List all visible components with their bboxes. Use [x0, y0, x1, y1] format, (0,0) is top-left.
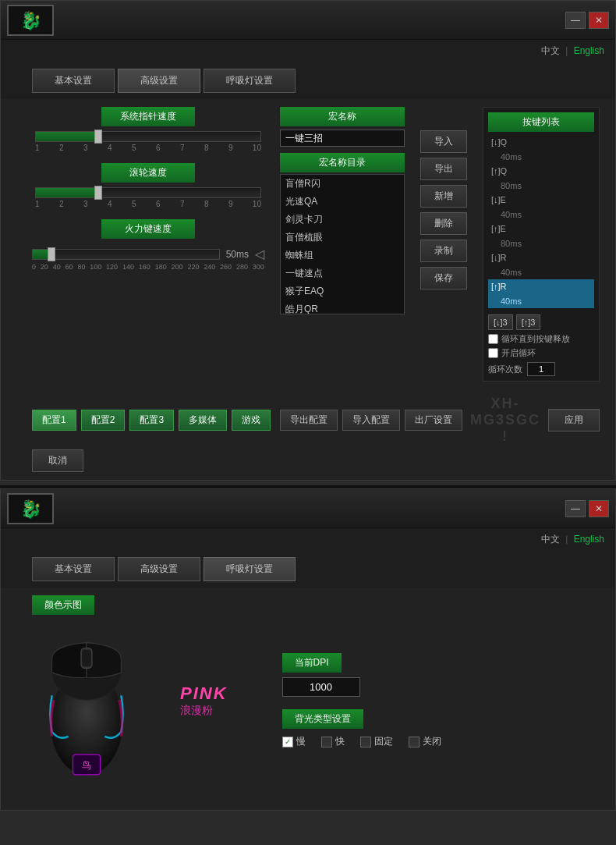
tab-basic-1[interactable]: 基本设置	[32, 69, 115, 93]
import-config-button[interactable]: 导入配置	[342, 410, 400, 431]
backlight-section: 背光类型设置 ✓ 慢 快 固	[282, 709, 441, 748]
macro-item[interactable]: 皓月QR	[281, 300, 404, 314]
scroll-speed-thumb[interactable]	[94, 186, 102, 200]
fire-speed-label: 火力键速度	[101, 219, 195, 239]
config1-button[interactable]: 配置1	[32, 410, 76, 431]
key-entry-time: 40ms	[488, 150, 594, 165]
mouse-display: 鸟 PINK 浪漫粉 当前DPI	[32, 623, 584, 779]
pointer-speed-label: 系统指针速度	[101, 107, 195, 126]
add-button[interactable]: 新增	[420, 185, 467, 208]
color-name-block: PINK 浪漫粉	[180, 683, 228, 718]
backlight-slow-checkbox[interactable]: ✓	[282, 737, 293, 747]
svg-text:鸟: 鸟	[82, 760, 91, 770]
tab-bar-1: 基本设置 高级设置 呼吸灯设置	[1, 62, 615, 99]
export-button[interactable]: 导出	[420, 158, 467, 180]
backlight-off-label: 关闭	[423, 735, 441, 748]
key-options: [↓]3 [↑]3 循环直到按键释放 开启循环 循环次数	[488, 314, 594, 376]
scroll-speed-section: 滚轮速度 12345678910	[32, 163, 264, 210]
fire-key-row: 50ms ◁	[32, 247, 264, 261]
minimize-button-2[interactable]: —	[565, 500, 586, 517]
enable-loop-row: 开启循环	[488, 347, 594, 359]
import-button[interactable]: 导入	[420, 130, 467, 153]
logo-1: 🐉	[7, 5, 54, 36]
macro-item[interactable]: 猴子EAQ	[281, 282, 404, 300]
bottom-bar-1: 配置1 配置2 配置3 多媒体 游戏 导出配置 导入配置 出厂设置 XH-MG3…	[1, 389, 615, 480]
config3-button[interactable]: 配置3	[129, 410, 174, 431]
backlight-fast: 快	[321, 735, 345, 748]
lang-bar-2: 中文 | English	[1, 528, 615, 551]
enable-loop-label: 开启循环	[501, 347, 536, 359]
fire-key-track[interactable]	[32, 249, 220, 260]
lang-chinese-2[interactable]: 中文	[541, 534, 560, 545]
mouse-image: 鸟	[32, 623, 157, 779]
scroll-speed-track[interactable]	[35, 187, 261, 198]
backlight-fixed-label: 固定	[374, 735, 393, 748]
macro-list[interactable]: 盲僧R闪 光速QA 剑灵卡刀 盲僧梳眼 蜘蛛组 一键速点 猴子EAQ 皓月QR …	[280, 174, 405, 314]
record-button[interactable]: 录制	[420, 240, 467, 262]
key-entry-time: 40ms	[488, 208, 594, 222]
backlight-slow-label: 慢	[296, 735, 306, 748]
window2-content: 颜色示图	[1, 588, 615, 810]
dpi-panel: 当前DPI 背光类型设置 ✓ 慢	[282, 653, 441, 748]
close-button-1[interactable]: ✕	[589, 12, 609, 29]
tab-advanced-1[interactable]: 高级设置	[118, 69, 200, 93]
macro-list-label: 宏名称目录	[280, 153, 405, 172]
tab-bar-2: 基本设置 高级设置 呼吸灯设置	[1, 551, 615, 588]
loop-count-label: 循环次数	[488, 364, 522, 375]
apply-button-1[interactable]: 应用	[548, 409, 600, 431]
key-entry-time: 80ms	[488, 236, 594, 251]
media-button[interactable]: 多媒体	[179, 410, 227, 431]
tab-breathing-2[interactable]: 呼吸灯设置	[204, 557, 296, 581]
pointer-speed-fill	[36, 132, 99, 141]
close-button-2[interactable]: ✕	[589, 500, 609, 517]
svg-text:🐉: 🐉	[20, 499, 42, 520]
lang-sep-1: |	[565, 45, 568, 56]
macro-item[interactable]: 盲僧梳眼	[281, 229, 404, 247]
key-entry: [↑]E	[488, 222, 594, 236]
backlight-label: 背光类型设置	[282, 709, 363, 729]
color-name-zh: 浪漫粉	[180, 704, 228, 718]
tab-basic-2[interactable]: 基本设置	[32, 557, 115, 581]
export-config-button[interactable]: 导出配置	[280, 410, 338, 431]
cancel-button-1[interactable]: 取消	[32, 449, 83, 472]
macro-name-input[interactable]	[280, 130, 405, 147]
window-controls-1: — ✕	[565, 12, 609, 29]
lang-chinese-1[interactable]: 中文	[541, 45, 560, 56]
factory-reset-button[interactable]: 出厂设置	[405, 410, 462, 431]
dpi-value[interactable]	[282, 677, 360, 697]
loop-until-release-checkbox[interactable]	[488, 334, 498, 344]
macro-item[interactable]: 盲僧R闪	[281, 175, 404, 193]
key-entry-time: 40ms	[488, 265, 594, 280]
main-content-1: 系统指针速度 12345678910 滚轮速度	[1, 99, 615, 389]
game-button[interactable]: 游戏	[232, 410, 271, 431]
lang-english-1[interactable]: English	[574, 45, 604, 56]
pointer-speed-track[interactable]	[35, 131, 261, 142]
delete-button[interactable]: 删除	[420, 212, 467, 235]
loop-count-input[interactable]	[527, 362, 555, 376]
save-button[interactable]: 保存	[420, 267, 467, 289]
macro-item[interactable]: 一键速点	[281, 265, 404, 282]
macro-item[interactable]: 蜘蛛组	[281, 247, 404, 265]
tab-breathing-1[interactable]: 呼吸灯设置	[204, 69, 296, 93]
fire-key-thumb[interactable]	[48, 247, 55, 261]
minimize-button-1[interactable]: —	[565, 12, 586, 29]
key-up-3-button[interactable]: [↑]3	[516, 314, 541, 330]
scroll-speed-fill	[36, 188, 99, 197]
backlight-off-checkbox[interactable]	[409, 737, 420, 747]
dpi-section: 当前DPI	[282, 653, 441, 697]
macro-name-label: 宏名称	[280, 107, 405, 126]
key-down-3-button[interactable]: [↓]3	[488, 314, 513, 330]
tab-advanced-2[interactable]: 高级设置	[118, 557, 200, 581]
window-1: 🐉 — ✕ 中文 | English 基本设置 高级设置 呼吸灯设置 系统指针速…	[0, 0, 616, 481]
backlight-fixed-checkbox[interactable]	[360, 737, 371, 747]
lang-english-2[interactable]: English	[574, 534, 604, 545]
macro-item[interactable]: 剑灵卡刀	[281, 211, 404, 229]
key-row-buttons: [↓]3 [↑]3	[488, 314, 594, 330]
backlight-fast-checkbox[interactable]	[321, 737, 332, 747]
enable-loop-checkbox[interactable]	[488, 348, 498, 358]
scroll-speed-label: 滚轮速度	[101, 163, 195, 183]
pointer-speed-thumb[interactable]	[94, 130, 102, 144]
title-bar-2: 🐉 — ✕	[1, 489, 615, 528]
config2-button[interactable]: 配置2	[81, 410, 126, 431]
macro-item[interactable]: 光速QA	[281, 193, 404, 211]
